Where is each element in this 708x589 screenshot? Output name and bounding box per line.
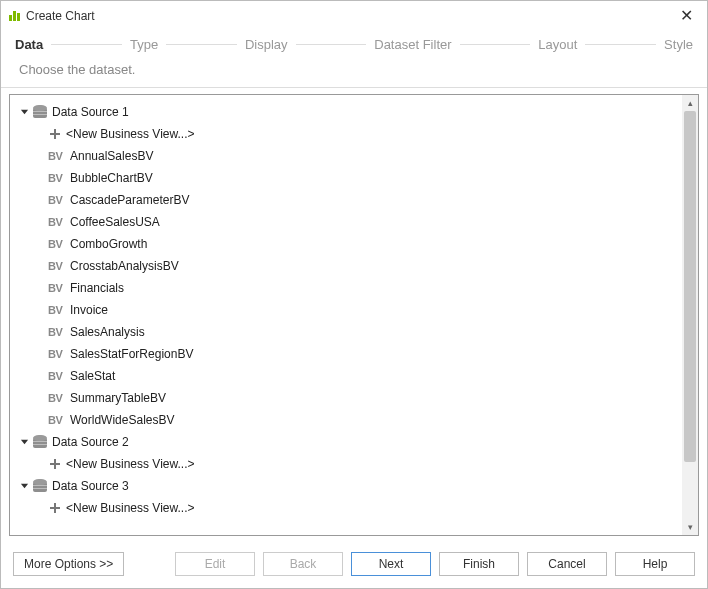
tree-new-business-view[interactable]: <New Business View...>: [14, 497, 678, 519]
bv-icon: BV: [48, 167, 66, 189]
dataset-tree: Data Source 1<New Business View...>BVAnn…: [9, 94, 699, 536]
tree-item-label: <New Business View...>: [66, 123, 195, 145]
bv-icon: BV: [48, 255, 66, 277]
bv-icon: BV: [48, 409, 66, 431]
bv-icon: BV: [48, 233, 66, 255]
tree-business-view[interactable]: BVInvoice: [14, 299, 678, 321]
plus-icon: [48, 457, 62, 471]
tree-source-node[interactable]: Data Source 3: [14, 475, 678, 497]
scroll-thumb[interactable]: [684, 111, 696, 462]
bv-icon: BV: [48, 277, 66, 299]
step-type[interactable]: Type: [130, 37, 158, 52]
scroll-down-icon[interactable]: ▾: [682, 519, 698, 535]
tree-item-label: SummaryTableBV: [70, 387, 166, 409]
bv-icon: BV: [48, 211, 66, 233]
database-icon: [32, 105, 48, 119]
tree-item-label: Invoice: [70, 299, 108, 321]
chevron-down-icon[interactable]: [18, 482, 30, 491]
wizard-steps: Data Type Display Dataset Filter Layout …: [1, 29, 707, 62]
tree-business-view[interactable]: BVSalesStatForRegionBV: [14, 343, 678, 365]
plus-icon: [48, 501, 62, 515]
chevron-down-icon[interactable]: [18, 108, 30, 117]
close-icon[interactable]: ✕: [676, 8, 697, 24]
step-separator: [460, 44, 531, 45]
step-style[interactable]: Style: [664, 37, 693, 52]
bv-icon: BV: [48, 387, 66, 409]
titlebar: Create Chart ✕: [1, 1, 707, 29]
bv-icon: BV: [48, 365, 66, 387]
tree-source-node[interactable]: Data Source 2: [14, 431, 678, 453]
tree-business-view[interactable]: BVBubbleChartBV: [14, 167, 678, 189]
tree-source-label: Data Source 2: [52, 431, 129, 453]
chart-icon: [9, 11, 20, 21]
footer: More Options >> Edit Back Next Finish Ca…: [1, 542, 707, 588]
tree-business-view[interactable]: BVCrosstabAnalysisBV: [14, 255, 678, 277]
subtitle: Choose the dataset.: [1, 62, 707, 87]
tree-item-label: SaleStat: [70, 365, 115, 387]
tree-business-view[interactable]: BVWorldWideSalesBV: [14, 409, 678, 431]
tree-business-view[interactable]: BVSalesAnalysis: [14, 321, 678, 343]
step-separator: [585, 44, 656, 45]
tree-business-view[interactable]: BVCascadeParameterBV: [14, 189, 678, 211]
tree-new-business-view[interactable]: <New Business View...>: [14, 453, 678, 475]
scroll-up-icon[interactable]: ▴: [682, 95, 698, 111]
bv-icon: BV: [48, 189, 66, 211]
step-separator: [51, 44, 122, 45]
scrollbar-vertical[interactable]: ▴ ▾: [682, 95, 698, 535]
tree-item-label: AnnualSalesBV: [70, 145, 153, 167]
more-options-button[interactable]: More Options >>: [13, 552, 124, 576]
tree-business-view[interactable]: BVCoffeeSalesUSA: [14, 211, 678, 233]
tree-item-label: CoffeeSalesUSA: [70, 211, 160, 233]
tree-item-label: CascadeParameterBV: [70, 189, 189, 211]
tree-business-view[interactable]: BVSummaryTableBV: [14, 387, 678, 409]
tree-new-business-view[interactable]: <New Business View...>: [14, 123, 678, 145]
tree-item-label: WorldWideSalesBV: [70, 409, 174, 431]
tree-item-label: Financials: [70, 277, 124, 299]
bv-icon: BV: [48, 299, 66, 321]
step-display[interactable]: Display: [245, 37, 288, 52]
bv-icon: BV: [48, 321, 66, 343]
tree-item-label: <New Business View...>: [66, 497, 195, 519]
tree-item-label: ComboGrowth: [70, 233, 147, 255]
tree-item-label: CrosstabAnalysisBV: [70, 255, 179, 277]
window-title: Create Chart: [26, 9, 95, 23]
tree-item-label: BubbleChartBV: [70, 167, 153, 189]
finish-button[interactable]: Finish: [439, 552, 519, 576]
tree-business-view[interactable]: BVFinancials: [14, 277, 678, 299]
next-button[interactable]: Next: [351, 552, 431, 576]
tree-source-node[interactable]: Data Source 1: [14, 101, 678, 123]
database-icon: [32, 479, 48, 493]
step-separator: [166, 44, 237, 45]
help-button[interactable]: Help: [615, 552, 695, 576]
tree-item-label: <New Business View...>: [66, 453, 195, 475]
step-dataset-filter[interactable]: Dataset Filter: [374, 37, 451, 52]
bv-icon: BV: [48, 145, 66, 167]
divider: [1, 87, 707, 88]
tree-source-label: Data Source 3: [52, 475, 129, 497]
chevron-down-icon[interactable]: [18, 438, 30, 447]
plus-icon: [48, 127, 62, 141]
tree-item-label: SalesAnalysis: [70, 321, 145, 343]
scroll-track[interactable]: [682, 111, 698, 519]
cancel-button[interactable]: Cancel: [527, 552, 607, 576]
tree-business-view[interactable]: BVSaleStat: [14, 365, 678, 387]
edit-button: Edit: [175, 552, 255, 576]
step-data[interactable]: Data: [15, 37, 43, 52]
tree-source-label: Data Source 1: [52, 101, 129, 123]
tree-item-label: SalesStatForRegionBV: [70, 343, 193, 365]
step-layout[interactable]: Layout: [538, 37, 577, 52]
bv-icon: BV: [48, 343, 66, 365]
step-separator: [296, 44, 367, 45]
back-button: Back: [263, 552, 343, 576]
tree-business-view[interactable]: BVComboGrowth: [14, 233, 678, 255]
database-icon: [32, 435, 48, 449]
tree-business-view[interactable]: BVAnnualSalesBV: [14, 145, 678, 167]
